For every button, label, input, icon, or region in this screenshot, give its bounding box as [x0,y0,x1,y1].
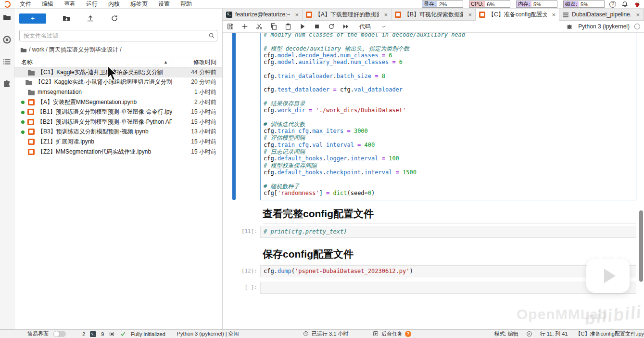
code-line: # 随机数种子 [264,183,633,190]
new-launcher-button[interactable]: + [19,13,46,24]
terminal-count[interactable]: 2 [82,331,85,337]
tab-label: DubaiDataset_pipeline.py [572,11,631,18]
stat-gpu-memory: 显存: 2% [422,0,463,8]
notebook-scroll-area[interactable]: # modify num classes of the model in dec… [223,33,644,329]
bell-icon[interactable] [621,0,629,8]
file-list-header[interactable]: 名称▲ 修改时间 [14,57,222,67]
tab-close-icon[interactable]: × [634,11,640,18]
command-mode-icon[interactable] [526,331,532,337]
mode-indicator[interactable]: 模式: 编辑 [494,330,518,338]
markdown-heading-1[interactable]: 查看完整config配置文件 [263,207,636,224]
run-all-icon[interactable] [342,23,350,30]
menu-item-tabs[interactable]: 标签页 [125,0,153,8]
file-name-text: mmsegmentation [38,89,82,95]
cut-icon[interactable] [255,23,263,30]
cell-12-input[interactable]: cfg.dump('pspnet-DubaiDataset_20230612.p… [260,265,636,277]
tv-play-icon[interactable] [586,259,630,293]
tab-close-icon[interactable]: × [466,11,472,18]
help-icon[interactable]: ? [609,1,616,8]
file-row[interactable]: 【B3】预训练语义分割模型预测-视频.ipynb13 小时前 [14,127,222,137]
kernel-count[interactable]: 9 [101,331,104,337]
file-name-text: 【C1】Kaggle实战-迪拜卫星航拍多类别语义分割 [38,68,163,77]
kernel-name[interactable]: Python 3 (ipykernel) [578,23,630,30]
markdown-heading-2[interactable]: 保存config配置文件 [263,247,636,264]
menu-item-run[interactable]: 运行 [81,0,103,8]
cell-type-dropdown[interactable]: 代码 [356,23,386,31]
file-row[interactable]: 【A】安装配置MMSegmentation.ipynb2 小时前 [14,97,222,107]
tab--c-config-[interactable]: 【C】准备config配置文件.× [476,9,559,21]
notebook-icon [28,149,35,155]
new-folder-icon[interactable] [63,14,70,22]
notebook-scrollbar-thumb[interactable] [639,210,643,282]
video-play-overlay[interactable] [586,254,630,293]
kernel-status-icon[interactable] [634,24,640,29]
save-icon[interactable] [227,23,234,30]
cell-11-input[interactable]: # print(cfg.pretty_text) [260,226,636,238]
menu-item-view[interactable]: 查看 [59,0,81,8]
extensions-icon[interactable] [2,79,12,89]
file-row[interactable]: mmsegmentation1 小时前 [14,87,222,97]
code-line: cfg.model.auxiliary_head.num_classes = 6 [264,59,633,65]
kernel-status-text[interactable]: Python 3 (ipykernel) | 空闲 [177,330,239,338]
tab-dubaidataset_pipeline-py[interactable]: DubaiDataset_pipeline.py× [559,9,644,20]
featurize-logo[interactable] [633,0,641,8]
cursor-position[interactable]: 行 11, 列 41 [540,330,568,338]
background-tasks-label[interactable]: 后台任务 [381,330,403,338]
file-filter-input[interactable] [19,30,217,41]
file-row[interactable]: 【C2】Kaggle实战-小鼠肾小球组织病理切片语义分割20 分钟前 [14,78,222,88]
file-name: 【B1】预训练语义分割模型预测-单张图像-命令行.ipynb [14,108,172,116]
running-sessions-icon[interactable] [2,35,12,44]
file-modified-time: 20 分钟前 [172,78,222,86]
tab-label: 【C】准备config配置文件. [488,11,547,19]
file-row[interactable]: 【Z1】扩展阅读.ipynb15 小时前 [14,137,222,147]
copy-icon[interactable] [270,23,278,30]
simple-ui-toggle[interactable] [53,331,66,337]
tab-close-icon[interactable]: × [550,11,556,18]
chevron-down-icon [381,24,386,29]
restart-kernel-icon[interactable] [328,23,335,30]
menu-item-edit[interactable]: 编辑 [37,0,59,8]
tab--b-ipy[interactable]: 【B】可视化探索数据集.ipy× [391,9,476,20]
file-browser-icon[interactable] [2,13,12,22]
file-name: mmsegmentation [14,89,172,95]
menu-item-help[interactable]: 帮助 [175,0,197,8]
empty-cell-input[interactable] [260,282,636,294]
debugger-icon[interactable] [566,23,573,30]
running-dot [21,129,25,135]
refresh-icon[interactable] [111,14,118,22]
notebook-icon [395,12,401,18]
active-code-cell[interactable]: # modify num classes of the model in dec… [260,33,636,200]
tab-close-icon[interactable]: × [293,11,299,18]
menu-item-kernel[interactable]: 内核 [103,0,125,8]
stop-icon[interactable] [313,23,321,30]
menu-item-settings[interactable]: 设置 [153,0,175,8]
file-row[interactable]: 【C1】Kaggle实战-迪拜卫星航拍多类别语义分割44 分钟前 [14,67,222,78]
file-row[interactable]: 【Z2】MMSegmentation代码实战作业.ipynb15 小时前 [14,147,222,157]
upload-icon[interactable] [87,14,94,22]
running-dot [21,111,25,114]
file-modified-time: 13 小时前 [172,128,222,136]
background-tasks-badge[interactable]: ? [405,331,411,337]
tab-close-icon[interactable]: × [382,11,388,18]
file-modified-time: 1 小时前 [172,88,222,96]
menu-item-file[interactable]: 文件 [14,0,37,8]
sort-caret-icon[interactable]: ▲ [164,60,168,65]
code-line: cfg.default_hooks.logger.interval = 100 [264,155,633,162]
notebook-icon [28,129,35,135]
file-row[interactable]: 【B1】预训练语义分割模型预测-单张图像-命令行.ipynb15 小时前 [14,107,222,117]
code-line [264,79,633,86]
tab-featurize-featurize-[interactable]: featurize@featurize:~× [223,9,303,20]
paste-icon[interactable] [284,23,292,30]
tab--a-[interactable]: 【A】下载整理好的数据集.× [303,9,391,20]
file-name: 【Z1】扩展阅读.ipynb [14,138,172,146]
file-row[interactable]: 【B2】预训练语义分割模型预测-单张图像-Python API.ip...15 … [14,117,222,127]
run-icon[interactable] [299,23,306,30]
add-cell-icon[interactable] [241,23,249,30]
code-line: # modify num classes of the model in dec… [264,33,633,38]
table-of-contents-icon[interactable] [2,57,12,66]
stat-disk: 磁盘: 5% [563,0,605,8]
breadcrumb[interactable]: / work / 两天搞定语义分割毕业设计 / [14,44,222,57]
terminal-icon [226,12,232,18]
dock-tab-bar: featurize@featurize:~×【A】下载整理好的数据集.×【B】可… [223,9,644,21]
active-cell-collapse-bar[interactable] [232,33,236,200]
